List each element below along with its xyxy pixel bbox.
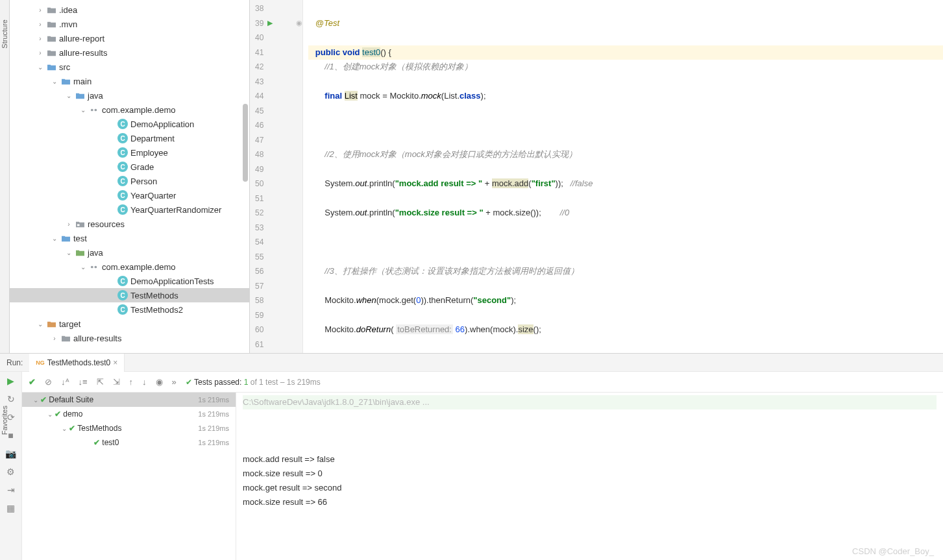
tree-arrow-icon[interactable]: ⌄ — [66, 92, 72, 99]
tool-window-bar[interactable]: Structure Favorites — [0, 0, 10, 353]
tree-item-target[interactable]: ⌄target — [10, 317, 249, 331]
tree-item-YearQuarter[interactable]: CYearQuarter — [10, 188, 249, 202]
tree-item-main[interactable]: ⌄main — [10, 74, 249, 88]
tree-arrow-icon[interactable]: ⌄ — [51, 78, 58, 85]
gutter-line-53[interactable]: 53 — [250, 221, 302, 236]
tree-item--mvn[interactable]: ›.mvn — [10, 17, 249, 31]
more-icon[interactable]: ▦ — [6, 503, 15, 513]
gutter-line-49[interactable]: 49 — [250, 162, 302, 177]
pin-icon[interactable]: ⇥ — [7, 485, 15, 495]
tree-scrollbar[interactable] — [243, 104, 248, 182]
tree-item-java[interactable]: ⌄java — [10, 88, 249, 103]
settings-icon[interactable]: ⚙ — [6, 467, 15, 477]
tree-item-Department[interactable]: CDepartment — [10, 131, 249, 145]
gutter-line-55[interactable]: 55 — [250, 250, 302, 265]
gutter-line-57[interactable]: 57 — [250, 279, 302, 294]
sort-alpha-icon[interactable]: ↓ᴬ — [61, 377, 69, 387]
collapse-icon[interactable]: ⇲ — [113, 377, 120, 387]
project-tree[interactable]: ›.idea›.mvn›allure-report›allure-results… — [10, 0, 250, 353]
gutter-line-56[interactable]: 56 — [250, 264, 302, 279]
tree-arrow-icon[interactable]: › — [37, 6, 43, 14]
gutter-line-61[interactable]: 61 — [250, 337, 302, 352]
gutter-line-52[interactable]: 52 — [250, 206, 302, 221]
structure-tab[interactable]: Structure — [1, 19, 8, 49]
gutter-line-43[interactable]: 43 — [250, 75, 302, 90]
test-arrow-icon[interactable]: ⌄ — [60, 425, 69, 432]
gutter-line-51[interactable]: 51 — [250, 191, 302, 206]
gutter-line-48[interactable]: 48 — [250, 147, 302, 162]
tree-arrow-icon[interactable]: ⌄ — [37, 321, 43, 328]
tree-arrow-icon[interactable]: ⌄ — [51, 235, 58, 242]
next-icon[interactable]: ↓ — [142, 377, 147, 387]
gutter-line-58[interactable]: 58 — [250, 293, 302, 308]
gutter-line-40[interactable]: 40 — [250, 30, 302, 45]
tree-item-test[interactable]: ⌄test — [10, 231, 249, 245]
tree-item-java[interactable]: ⌄java — [10, 245, 249, 260]
tree-item--idea[interactable]: ›.idea — [10, 3, 249, 17]
expand-icon[interactable]: ⇱ — [97, 377, 104, 387]
tree-item-Employee[interactable]: CEmployee — [10, 145, 249, 160]
rerun-icon[interactable]: ▶ — [7, 376, 14, 386]
gutter-line-50[interactable]: 50 — [250, 177, 302, 191]
tree-item-DemoApplicationTests[interactable]: CDemoApplicationTests — [10, 274, 249, 288]
tree-item-allure-results[interactable]: ›allure-results — [10, 331, 249, 345]
tree-item-TestMethods[interactable]: CTestMethods — [10, 288, 249, 302]
gutter-line-59[interactable]: 59 — [250, 308, 302, 323]
gutter-line-39[interactable]: 39▶◉ — [250, 16, 302, 31]
stop-icon[interactable]: ■ — [8, 430, 13, 441]
test-node-demo[interactable]: ⌄✔ demo1s 219ms — [22, 407, 236, 421]
run-tab[interactable]: NG TestMethods.test0 × — [29, 354, 125, 372]
tree-item-allure-report[interactable]: ›allure-report — [10, 31, 249, 45]
gutter-line-38[interactable]: 38 — [250, 1, 302, 16]
tree-arrow-icon[interactable]: › — [37, 21, 43, 28]
tree-item-Person[interactable]: CPerson — [10, 174, 249, 188]
tree-arrow-icon[interactable]: › — [37, 49, 43, 56]
export-icon[interactable]: ◉ — [156, 377, 163, 387]
test-arrow-icon[interactable]: ⌄ — [31, 396, 40, 404]
test-node-Default-Suite[interactable]: ⌄✔ Default Suite1s 219ms — [22, 393, 236, 407]
rerun-failed-icon[interactable]: ↻ — [7, 394, 15, 404]
tree-item-Grade[interactable]: CGrade — [10, 160, 249, 174]
tree-arrow-icon[interactable]: › — [66, 221, 72, 228]
console-output[interactable]: C:\SoftwareDev\Java\jdk1.8.0_271\bin\jav… — [236, 393, 943, 560]
prev-icon[interactable]: ↑ — [129, 377, 134, 387]
dump-icon[interactable]: 📷 — [5, 448, 16, 459]
test-tree[interactable]: ⌄✔ Default Suite1s 219ms⌄✔ demo1s 219ms⌄… — [22, 393, 236, 560]
show-ignored-icon[interactable]: ⊘ — [45, 377, 52, 387]
tree-item-TestMethods2[interactable]: CTestMethods2 — [10, 302, 249, 317]
gutter-line-60[interactable]: 60 — [250, 323, 302, 337]
tree-arrow-icon[interactable]: › — [37, 35, 43, 42]
tree-arrow-icon[interactable]: ⌄ — [37, 64, 43, 71]
test-node-test0[interactable]: ✔ test01s 219ms — [22, 435, 236, 450]
tree-item-com-example-demo[interactable]: ⌄com.example.demo — [10, 103, 249, 117]
gutter-line-41[interactable]: 41 — [250, 45, 302, 60]
sort-dur-icon[interactable]: ↓≡ — [79, 377, 88, 387]
gutter-line-42[interactable]: 42 — [250, 60, 302, 75]
tree-item-allure-results[interactable]: ›allure-results — [10, 45, 249, 60]
tree-arrow-icon[interactable]: ⌄ — [80, 263, 86, 271]
run-line-icon[interactable]: ▶ — [267, 19, 273, 27]
tree-arrow-icon[interactable]: ⌄ — [80, 106, 86, 114]
editor-gutter[interactable]: 3839▶◉4041424344454647484950515253545556… — [250, 0, 303, 353]
test-toolbar[interactable]: ✔ ⊘ ↓ᴬ ↓≡ ⇱ ⇲ ↑ ↓ ◉ » ✔ Tests passed: 1 … — [22, 372, 943, 393]
tree-item-src[interactable]: ⌄src — [10, 60, 249, 74]
favorites-tab[interactable]: Favorites — [1, 406, 8, 435]
more-tests-icon[interactable]: » — [172, 377, 177, 387]
code-area[interactable]: @Test public void test0() { //1、创建mock对象… — [303, 0, 943, 353]
gutter-line-47[interactable]: 47 — [250, 133, 302, 148]
tree-item-resources[interactable]: ›resources — [10, 217, 249, 231]
test-node-TestMethods[interactable]: ⌄✔ TestMethods1s 219ms — [22, 421, 236, 435]
run-side-toolbar[interactable]: ▶ ↻ ⟳ ■ 📷 ⚙ ⇥ ▦ — [0, 372, 22, 560]
test-arrow-icon[interactable]: ⌄ — [45, 411, 55, 418]
tree-item-YearQuarterRandomizer[interactable]: CYearQuarterRandomizer — [10, 202, 249, 217]
gutter-line-45[interactable]: 45 — [250, 104, 302, 119]
tree-item-DemoApplication[interactable]: CDemoApplication — [10, 117, 249, 131]
tree-arrow-icon[interactable]: ⌄ — [66, 249, 72, 256]
tree-arrow-icon[interactable]: › — [51, 335, 58, 342]
gutter-line-44[interactable]: 44 — [250, 89, 302, 104]
gutter-line-46[interactable]: 46 — [250, 118, 302, 133]
close-icon[interactable]: × — [113, 358, 117, 367]
gutter-line-54[interactable]: 54 — [250, 235, 302, 250]
tree-item-com-example-demo[interactable]: ⌄com.example.demo — [10, 260, 249, 274]
show-passed-icon[interactable]: ✔ — [29, 377, 36, 387]
